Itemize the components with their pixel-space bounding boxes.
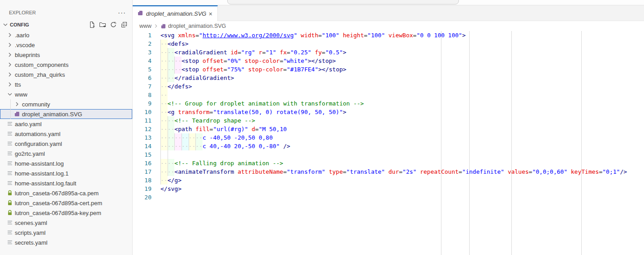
tree-item-custom-components[interactable]: custom_components [0,60,132,70]
code-token: "0.25" [290,49,311,56]
code-line-6[interactable]: ····</radialGradient> [160,74,644,82]
code-token: = [283,66,287,73]
tree-item-home-assistant-log-fault[interactable]: home-assistant.log.fault [0,178,132,188]
code-line-2[interactable]: ··<defs> [160,40,644,48]
code-line-7[interactable]: ··</defs> [160,82,644,91]
tree-item-home-assistant-log-1[interactable]: home-assistant.log.1 [0,168,132,178]
code-line-3[interactable]: ····<radialGradient id="rg" r="1" fx="0.… [160,48,644,57]
tree-item-aarlo-yaml[interactable]: aarlo.yaml [0,119,132,129]
code-token: <!-- Falling drop animation --> [174,160,283,167]
line-number: 3 [133,48,151,57]
code-token: attributeName [234,168,283,175]
code-line-5[interactable]: ······<stop offset="75%" stop-color="#1B… [160,65,644,74]
code-token: ></stop> [318,66,346,73]
code-token: fy [311,49,322,56]
code-line-18[interactable]: ··</g> [160,176,644,185]
code-line-14[interactable]: ············c 40,-40 20,-50 0,-80" /> [160,142,644,150]
tree-item-secrets-yaml[interactable]: secrets.yaml [0,237,132,247]
code-line-9[interactable]: ··<!-- Group for droplet animation with … [160,99,644,108]
code-line-12[interactable]: ····<path fill="url(#rg)" d="M 50,10 [160,125,644,133]
tree-item--aarlo[interactable]: .aarlo [0,30,132,40]
code-token: "transform" [287,168,325,175]
tree-item-tts[interactable]: tts [0,79,132,89]
code-line-1[interactable]: <svg xmlns="http://www.w3.org/2000/svg" … [160,31,644,40]
breadcrumb-folder[interactable]: www [139,23,151,29]
code-line-10[interactable]: ··<g transform="translate(50, 0) rotate(… [160,108,644,116]
breadcrumb-file[interactable]: droplet_animation.SVG [168,23,226,29]
tree-item--vscode[interactable]: .vscode [0,40,132,50]
tree-item-community[interactable]: community [0,99,132,109]
code-token: xmlns [174,32,195,39]
code-token: "1" [266,49,276,56]
line-number: 19 [133,185,151,193]
chevron-right-icon [13,101,21,108]
tree-item-label: community [22,101,50,108]
tree-item-label: secrets.yaml [15,239,48,246]
code-token: = [224,57,227,64]
code-token: = [255,126,259,132]
code-line-15[interactable] [160,150,644,159]
code-token: > [343,109,346,115]
tree-item-automations-yaml[interactable]: automations.yaml [0,129,132,139]
code-token: type [325,168,343,175]
whitespace-dots: ···· [160,126,174,132]
refresh-button[interactable] [110,21,117,28]
line-number: 17 [133,167,151,176]
tree-item-lutron-caseta-067d895a-cert-pem[interactable]: lutron_caseta-067d895a-cert.pem [0,198,132,208]
code-token: = [287,49,290,56]
config-section-header[interactable]: CONFIG [0,20,132,30]
code-line-13[interactable]: ············c -40,50 -20,50 0,80 [160,133,644,142]
tree-item-lutron-caseta-067d895a-ca-pem[interactable]: lutron_caseta-067d895a-ca.pem [0,188,132,198]
code-line-4[interactable]: ······<stop offset="0%" stop-color="whit… [160,57,644,65]
whitespace-dots: ·· [160,100,168,107]
tree-item-label: lutron_caseta-067d895a-cert.pem [15,200,102,207]
code-line-20[interactable] [160,193,644,202]
tree-item-lutron-caseta-067d895a-key-pem[interactable]: lutron_caseta-067d895a-key.pem [0,208,132,218]
tree-item-label: scripts.yaml [15,229,46,236]
line-number: 10 [133,108,151,116]
tree-item-label: home-assistant.log.1 [15,170,69,177]
code-editor[interactable]: 1234567891011121314151617181920 <svg xml… [133,31,644,255]
code-line-11[interactable]: ····<!-- Teardrop shape --> [160,116,644,125]
code-token: "M 50,10 [259,126,287,132]
whitespace-dots: ···· [160,160,174,167]
code-line-19[interactable]: </svg> [160,185,644,193]
tree-item-custom-zha-quirks[interactable]: custom_zha_quirks [0,70,132,79]
code-line-17[interactable]: ····<animateTransform attributeName="tra… [160,167,644,176]
tree-item-home-assistant-log[interactable]: home-assistant.log [0,158,132,168]
code-token: c 40,-40 20,-50 0,-80" [203,143,280,149]
tree-item-scenes-yaml[interactable]: scenes.yaml [0,218,132,228]
code-token: keyTimes [567,168,599,175]
yaml-file-icon [6,120,13,128]
yaml-file-icon [6,219,13,226]
new-folder-button[interactable] [99,21,106,28]
tab-droplet-animation[interactable]: droplet_animation.SVG × [133,5,218,21]
chevron-down-icon [2,21,9,28]
tree-item-blueprints[interactable]: blueprints [0,50,132,60]
explorer-actions [88,21,132,28]
line-number: 14 [133,142,151,150]
lock-file-icon [6,209,13,216]
tree-item-scripts-yaml[interactable]: scripts.yaml [0,228,132,237]
code-token: "url(#rg)" [213,126,248,132]
tree-item-droplet-animation-svg[interactable]: droplet_animation.SVG [0,109,132,119]
tree-item-www[interactable]: www [0,89,132,99]
code-token: = [318,32,322,39]
whitespace-dots: ···· [160,75,174,81]
command-center[interactable] [227,0,459,4]
code-token: http://www.w3.org/2000/svg [203,32,294,39]
more-actions-icon[interactable]: ··· [118,10,126,15]
tree-item-configuration-yaml[interactable]: configuration.yaml [0,139,132,149]
tree-item-go2rtc-yaml[interactable]: go2rtc.yaml [0,149,132,158]
new-file-button[interactable] [88,21,95,28]
tree-item-label: automations.yaml [15,131,61,137]
code-line-16[interactable]: ····<!-- Falling drop animation --> [160,159,644,167]
close-icon[interactable]: × [207,10,214,18]
line-number-gutter: 1234567891011121314151617181920 [133,31,151,202]
collapse-all-button[interactable] [121,21,128,28]
code-token: > [343,49,346,56]
code-token: = [343,168,346,175]
line-number: 1 [133,31,151,40]
line-number: 18 [133,176,151,185]
code-line-8[interactable]: ·· [160,91,644,99]
